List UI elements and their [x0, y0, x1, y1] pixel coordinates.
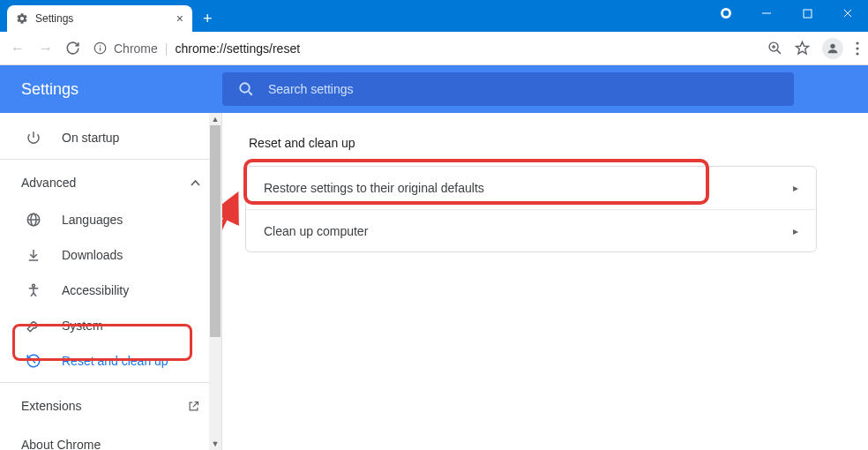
address-bar[interactable]: Chrome | chrome://settings/reset [94, 41, 757, 56]
svg-point-18 [240, 83, 250, 93]
svg-point-7 [100, 45, 101, 47]
globe-icon [25, 212, 42, 228]
search-placeholder: Search settings [268, 82, 354, 96]
main-panel: Reset and clean up Restore settings to t… [222, 113, 868, 450]
sidebar: On startup Advanced Languages Downloads … [0, 113, 222, 450]
svg-point-25 [33, 284, 35, 287]
gear-icon [16, 12, 28, 25]
row-label: Restore settings to their original defau… [264, 181, 484, 195]
sidebar-item-label: On startup [62, 131, 119, 145]
back-button[interactable]: ← [9, 41, 26, 56]
sidebar-item-on-startup[interactable]: On startup [0, 120, 221, 155]
svg-point-1 [723, 11, 729, 16]
bookmark-icon[interactable] [795, 41, 810, 56]
sidebar-item-accessibility[interactable]: Accessibility [0, 273, 221, 308]
sidebar-item-label: Accessibility [62, 283, 129, 297]
browser-toolbar: ← → Chrome | chrome://settings/reset [0, 32, 868, 65]
external-link-icon [187, 400, 200, 413]
url-separator: | [165, 41, 168, 56]
sidebar-item-system[interactable]: System [0, 308, 221, 343]
svg-point-16 [856, 47, 858, 49]
zoom-icon[interactable] [767, 41, 782, 56]
sidebar-item-about[interactable]: About Chrome [0, 425, 221, 450]
svg-point-14 [830, 43, 834, 48]
browser-tab[interactable]: Settings × [7, 5, 192, 32]
chevron-up-icon [191, 180, 200, 186]
site-info-icon[interactable] [94, 41, 107, 55]
download-icon [25, 247, 42, 263]
svg-rect-8 [100, 48, 101, 51]
window-close-button[interactable] [827, 0, 868, 26]
reload-button[interactable] [65, 41, 83, 56]
circle-icon[interactable] [706, 0, 746, 26]
section-title: Reset and clean up [245, 136, 845, 150]
tab-title: Settings [35, 12, 73, 25]
svg-line-10 [777, 50, 781, 54]
row-clean-up[interactable]: Clean up computer ▸ [246, 209, 816, 251]
sidebar-item-label: System [62, 319, 103, 333]
menu-icon[interactable] [856, 41, 859, 56]
svg-rect-3 [804, 10, 812, 18]
window-controls [706, 0, 868, 26]
sidebar-item-downloads[interactable]: Downloads [0, 237, 221, 273]
page-title: Settings [0, 80, 222, 99]
svg-line-28 [193, 401, 198, 407]
scrollbar-track[interactable]: ▲ ▼ [209, 113, 221, 450]
divider [0, 382, 221, 383]
new-tab-button[interactable]: + [192, 10, 223, 32]
search-icon [238, 81, 254, 97]
svg-line-19 [249, 92, 252, 95]
svg-point-17 [856, 52, 858, 55]
profile-avatar[interactable] [822, 38, 843, 59]
sidebar-item-label: Reset and clean up [62, 354, 168, 368]
search-input[interactable]: Search settings [222, 72, 794, 106]
divider [0, 159, 221, 160]
sidebar-item-label: Downloads [62, 248, 123, 262]
minimize-button[interactable] [746, 0, 787, 26]
chevron-right-icon: ▸ [793, 225, 798, 237]
scroll-down-arrow[interactable]: ▼ [209, 438, 221, 450]
accessibility-icon [25, 282, 42, 298]
sidebar-item-languages[interactable]: Languages [0, 202, 221, 237]
scrollbar-thumb[interactable] [210, 125, 221, 337]
maximize-button[interactable] [787, 0, 827, 26]
svg-marker-13 [796, 41, 808, 53]
wrench-icon [25, 318, 42, 334]
svg-line-30 [222, 199, 235, 316]
scroll-up-arrow[interactable]: ▲ [209, 113, 221, 125]
svg-line-27 [34, 362, 35, 364]
settings-card: Restore settings to their original defau… [245, 166, 817, 252]
row-restore-defaults[interactable]: Restore settings to their original defau… [246, 167, 816, 209]
power-icon [25, 130, 42, 146]
content-area: On startup Advanced Languages Downloads … [0, 113, 868, 450]
svg-point-15 [856, 41, 858, 44]
settings-header: Settings Search settings [0, 65, 868, 113]
url-path: chrome://settings/reset [175, 41, 300, 56]
sidebar-section-label: Advanced [21, 176, 76, 190]
sidebar-item-label: About Chrome [21, 438, 101, 450]
close-icon[interactable]: × [176, 11, 183, 26]
sidebar-item-label: Languages [62, 213, 123, 227]
chevron-right-icon: ▸ [793, 182, 798, 194]
sidebar-section-advanced[interactable]: Advanced [0, 163, 221, 202]
sidebar-item-label: Extensions [21, 399, 81, 413]
url-host: Chrome [114, 41, 158, 56]
restore-icon [25, 353, 42, 369]
sidebar-item-reset[interactable]: Reset and clean up [0, 343, 221, 379]
window-titlebar: Settings × + [0, 0, 868, 32]
row-label: Clean up computer [264, 224, 368, 238]
sidebar-item-extensions[interactable]: Extensions [0, 386, 221, 425]
forward-button[interactable]: → [37, 41, 55, 56]
